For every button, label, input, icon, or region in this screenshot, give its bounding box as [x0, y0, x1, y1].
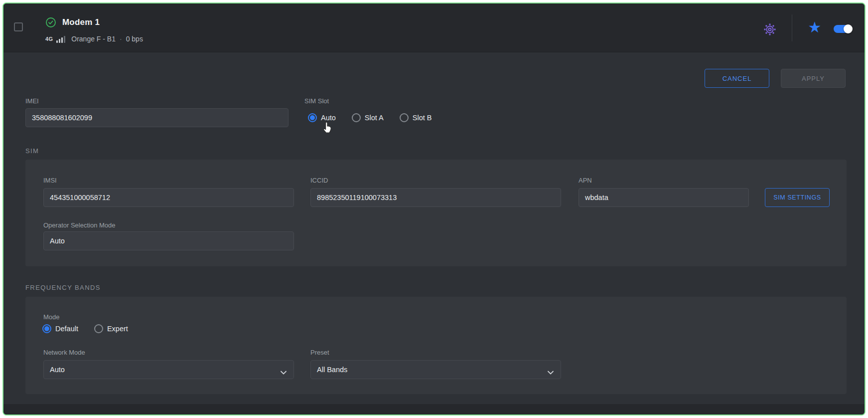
radio-unselected-icon [352, 113, 361, 122]
radio-option-label: Default [55, 325, 78, 333]
iccid-label: ICCID [310, 177, 328, 184]
select-modem-checkbox[interactable] [14, 22, 23, 31]
modem-settings-panel: Modem 1 4G Orange F - B1 · 0 bps [2, 2, 866, 416]
separator-dot: · [120, 35, 122, 43]
radio-option-label: Slot B [413, 114, 432, 122]
sim-slot-option-slot-b[interactable]: Slot B [400, 113, 432, 122]
radio-option-label: Auto [321, 114, 336, 122]
mouse-cursor-pointer [322, 121, 333, 135]
network-mode-label: Network Mode [43, 349, 85, 356]
apn-label: APN [579, 177, 592, 184]
favorite-star-icon[interactable]: ★ [807, 18, 823, 36]
network-mode-select[interactable]: Auto [43, 360, 294, 379]
frequency-bands-panel: Mode Default Expert Network Mode Auto Pr… [25, 297, 847, 394]
sim-panel: IMSI ICCID APN SIM SETTINGS Operator Sel… [25, 160, 847, 266]
modem-title: Modem 1 [62, 17, 100, 27]
preset-label: Preset [310, 349, 329, 356]
apply-button[interactable]: APPLY [781, 69, 846, 88]
operator-selection-mode-input[interactable] [43, 231, 294, 250]
sim-slot-option-slot-a[interactable]: Slot A [352, 113, 384, 122]
connection-info-row: 4G Orange F - B1 · 0 bps [45, 34, 143, 43]
carrier-name: Orange F - B1 [71, 35, 116, 43]
mode-option-default[interactable]: Default [42, 324, 78, 333]
preset-select[interactable]: All Bands [310, 360, 561, 379]
sim-section-title: SIM [25, 147, 39, 155]
sim-slot-option-auto[interactable]: Auto [308, 113, 336, 122]
imsi-input[interactable] [43, 188, 294, 207]
radio-option-label: Slot A [365, 114, 384, 122]
imei-input[interactable] [25, 108, 289, 127]
radio-option-label: Expert [107, 325, 128, 333]
chevron-down-icon [548, 368, 554, 376]
network-mode-selected-value: Auto [50, 366, 65, 374]
sim-slot-radio-group: Auto Slot A Slot B [308, 113, 447, 122]
chevron-down-icon [281, 368, 287, 376]
cancel-button[interactable]: CANCEL [705, 69, 769, 88]
sim-slot-label: SIM Slot [304, 97, 329, 105]
throughput-value: 0 bps [126, 35, 143, 43]
modem-header: Modem 1 4G Orange F - B1 · 0 bps [3, 3, 865, 52]
preset-selected-value: All Bands [317, 366, 347, 374]
apn-input[interactable] [579, 188, 749, 207]
footer-bar [3, 404, 865, 415]
imei-label: IMEI [25, 97, 39, 105]
signal-bars-icon [56, 35, 66, 43]
status-ok-icon [45, 17, 56, 28]
header-divider [792, 14, 792, 41]
radio-selected-icon [308, 113, 317, 122]
radio-selected-icon [42, 324, 51, 333]
sim-settings-button[interactable]: SIM SETTINGS [765, 188, 830, 207]
mode-option-expert[interactable]: Expert [94, 324, 128, 333]
radio-unselected-icon [94, 324, 103, 333]
mode-label: Mode [43, 313, 60, 321]
settings-gear-icon[interactable] [763, 22, 777, 36]
modem-enabled-toggle[interactable] [834, 25, 852, 33]
frequency-bands-section-title: FREQUENCY BANDS [25, 284, 101, 291]
radio-unselected-icon [400, 113, 409, 122]
mode-radio-group: Default Expert [42, 324, 144, 333]
iccid-input[interactable] [310, 188, 561, 207]
network-tech-label: 4G [45, 36, 53, 42]
imsi-label: IMSI [43, 177, 57, 184]
operator-selection-mode-label: Operator Selection Mode [43, 221, 116, 229]
